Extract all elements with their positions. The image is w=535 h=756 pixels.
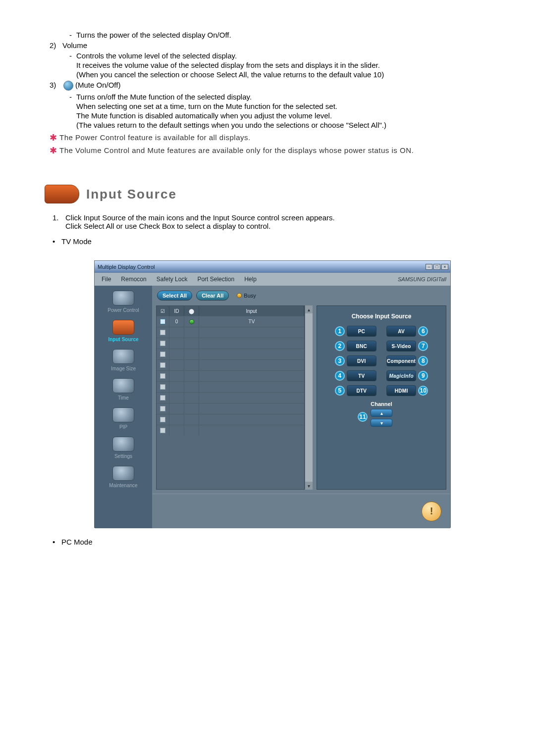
table-row[interactable] bbox=[157, 403, 304, 414]
menu-help[interactable]: Help bbox=[244, 276, 257, 283]
row-input: TV bbox=[199, 316, 304, 327]
row-checkbox[interactable] bbox=[160, 319, 165, 324]
source-av-button[interactable]: AV bbox=[386, 326, 416, 337]
volume-item: 2) Volume bbox=[50, 41, 500, 50]
minimize-button[interactable]: – bbox=[426, 264, 432, 270]
pc-mode-label: • PC Mode bbox=[53, 538, 500, 546]
callout-badge: 8 bbox=[418, 356, 428, 366]
power-description: - Turns the power of the selected displa… bbox=[69, 31, 500, 39]
mute-item: 3) (Mute On/Off) bbox=[50, 81, 500, 91]
table-row[interactable]: 0 TV bbox=[157, 316, 304, 327]
table-row[interactable] bbox=[157, 414, 304, 425]
maintenance-icon bbox=[112, 466, 134, 481]
table-row[interactable] bbox=[157, 381, 304, 392]
channel-block: Channel 11 ▴ ▾ bbox=[371, 401, 392, 427]
scroll-up-icon[interactable]: ▴ bbox=[305, 305, 313, 313]
row-checkbox[interactable] bbox=[160, 341, 165, 346]
col-id: ID bbox=[169, 306, 184, 316]
callout-badge: 7 bbox=[418, 341, 428, 351]
sidebar-item-time[interactable]: Time bbox=[112, 378, 134, 401]
star-icon: ✱ bbox=[50, 146, 59, 155]
section-title: Input Source bbox=[86, 187, 177, 202]
callout-badge: 9 bbox=[418, 371, 428, 381]
source-dtv-button[interactable]: DTV bbox=[347, 385, 376, 396]
close-button[interactable]: × bbox=[441, 264, 448, 270]
menu-safety-lock[interactable]: Safety Lock bbox=[157, 276, 188, 283]
callout-badge: 3 bbox=[335, 356, 345, 366]
table-row[interactable] bbox=[157, 392, 304, 403]
sidebar-item-power-control[interactable]: Power Control bbox=[107, 291, 139, 313]
table-row[interactable] bbox=[157, 425, 304, 436]
sidebar-item-image-size[interactable]: Image Size bbox=[111, 349, 136, 371]
table-row[interactable] bbox=[157, 327, 304, 338]
col-checkbox[interactable]: ☑ bbox=[157, 306, 169, 316]
row-checkbox[interactable] bbox=[160, 330, 165, 335]
row-checkbox[interactable] bbox=[160, 373, 165, 379]
status-dot-icon bbox=[189, 319, 194, 324]
source-dvi-button[interactable]: DVI bbox=[347, 355, 376, 366]
row-checkbox[interactable] bbox=[160, 352, 165, 357]
toolbar: Select All Clear All Busy bbox=[152, 286, 450, 305]
table-row[interactable] bbox=[157, 370, 304, 381]
window-title: Multiple Display Control bbox=[98, 264, 155, 270]
maximize-button[interactable]: □ bbox=[433, 264, 440, 270]
table-row[interactable] bbox=[157, 349, 304, 359]
note-power-control: ✱ The Power Control feature is available… bbox=[50, 133, 500, 142]
info-icon[interactable]: ! bbox=[422, 502, 441, 521]
callout-badge: 4 bbox=[335, 371, 345, 381]
pip-icon bbox=[112, 407, 134, 422]
window-titlebar: Multiple Display Control – □ × bbox=[95, 261, 450, 273]
star-icon: ✱ bbox=[50, 133, 59, 142]
panel-title: Choose Input Source bbox=[352, 313, 412, 320]
sidebar-item-input-source[interactable]: Input Source bbox=[108, 320, 138, 342]
row-id: 0 bbox=[169, 316, 184, 327]
callout-badge: 11 bbox=[358, 412, 368, 422]
scroll-down-icon[interactable]: ▾ bbox=[305, 482, 313, 490]
source-pc-button[interactable]: PC bbox=[347, 326, 376, 337]
source-magicinfo-button[interactable]: MagicInfo bbox=[386, 370, 416, 381]
table-row[interactable] bbox=[157, 338, 304, 349]
table-scrollbar[interactable]: ▴ ▾ bbox=[305, 305, 313, 490]
row-checkbox[interactable] bbox=[160, 406, 165, 411]
section-heading: Input Source bbox=[45, 185, 500, 203]
table-row[interactable] bbox=[157, 359, 304, 370]
sidebar-item-settings[interactable]: Settings bbox=[112, 437, 134, 459]
row-checkbox[interactable] bbox=[160, 395, 165, 401]
sidebar-item-pip[interactable]: PIP bbox=[112, 407, 134, 430]
row-checkbox[interactable] bbox=[160, 384, 165, 390]
display-table: ☑ ID ⬤ Input 0 TV bbox=[156, 305, 305, 490]
tv-mode-label: • TV Mode bbox=[53, 237, 500, 246]
section-label-icon bbox=[45, 185, 79, 203]
col-input: Input bbox=[199, 306, 304, 316]
source-bnc-button[interactable]: BNC bbox=[347, 341, 376, 352]
channel-up-button[interactable]: ▴ bbox=[371, 409, 392, 417]
row-checkbox[interactable] bbox=[160, 362, 165, 368]
source-tv-button[interactable]: TV bbox=[347, 370, 376, 381]
status-strip: ! bbox=[152, 494, 450, 528]
time-icon bbox=[112, 378, 134, 393]
doc-text-block: - Turns the power of the selected displa… bbox=[50, 31, 500, 155]
channel-down-button[interactable]: ▾ bbox=[371, 419, 392, 427]
source-svideo-button[interactable]: S-Video bbox=[386, 341, 416, 352]
menu-remocon[interactable]: Remocon bbox=[121, 276, 146, 283]
source-component-button[interactable]: Component bbox=[386, 355, 416, 366]
sidebar-item-maintenance[interactable]: Maintenance bbox=[109, 466, 137, 488]
callout-badge: 1 bbox=[335, 326, 345, 336]
callout-badge: 6 bbox=[418, 326, 428, 336]
row-checkbox[interactable] bbox=[160, 428, 165, 433]
menu-file[interactable]: File bbox=[102, 276, 111, 283]
source-hdmi-button[interactable]: HDMI bbox=[386, 385, 416, 396]
menu-bar: File Remocon Safety Lock Port Selection … bbox=[95, 273, 450, 286]
power-icon bbox=[112, 291, 134, 305]
app-screenshot: Multiple Display Control – □ × File Remo… bbox=[45, 260, 500, 528]
select-all-button[interactable]: Select All bbox=[157, 291, 192, 301]
intro-text: 1. Click Input Source of the main icons … bbox=[50, 213, 500, 246]
menu-port-selection[interactable]: Port Selection bbox=[197, 276, 234, 283]
row-checkbox[interactable] bbox=[160, 417, 165, 422]
brand-logo: SAMSUNG DIGITall bbox=[398, 276, 446, 282]
callout-badge: 10 bbox=[418, 386, 428, 396]
mute-icon bbox=[63, 81, 73, 91]
sidebar: Power Control Input Source Image Size Ti… bbox=[95, 286, 152, 528]
settings-icon bbox=[112, 437, 134, 452]
clear-all-button[interactable]: Clear All bbox=[196, 291, 229, 301]
